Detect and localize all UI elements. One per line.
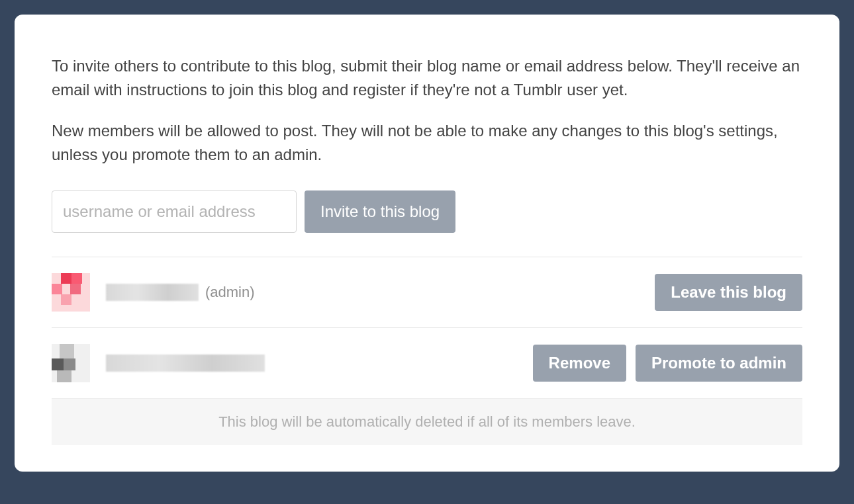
role-label: (admin): [205, 284, 255, 301]
member-name: [106, 355, 533, 372]
intro-paragraph-1: To invite others to contribute to this b…: [52, 54, 802, 102]
member-actions: Remove Promote to admin: [533, 345, 802, 382]
members-settings-card: To invite others to contribute to this b…: [15, 15, 839, 472]
leave-blog-button[interactable]: Leave this blog: [655, 274, 802, 311]
member-username-redacted: [106, 284, 199, 301]
invite-input[interactable]: [52, 190, 297, 233]
avatar: [52, 273, 90, 312]
remove-member-button[interactable]: Remove: [533, 345, 626, 382]
member-actions: Leave this blog: [655, 274, 802, 311]
invite-row: Invite to this blog: [52, 190, 802, 233]
promote-admin-button[interactable]: Promote to admin: [636, 345, 802, 382]
member-name: (admin): [106, 284, 655, 301]
footer-note: This blog will be automatically deleted …: [52, 398, 802, 445]
intro-paragraph-2: New members will be allowed to post. The…: [52, 119, 802, 167]
member-row: Remove Promote to admin: [52, 327, 802, 398]
member-row-admin: (admin) Leave this blog: [52, 257, 802, 327]
member-username-redacted: [106, 355, 265, 372]
invite-button[interactable]: Invite to this blog: [305, 190, 455, 233]
avatar: [52, 344, 90, 382]
